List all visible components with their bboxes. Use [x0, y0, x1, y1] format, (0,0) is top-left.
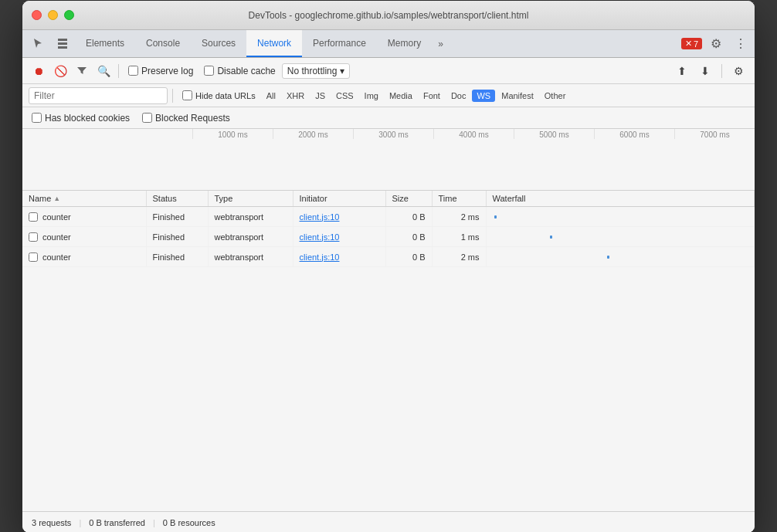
clear-button[interactable]: ⚙	[728, 61, 748, 81]
name-cell-2[interactable]: counter	[22, 247, 146, 267]
tab-more[interactable]: »	[432, 30, 450, 57]
initiator-link-2[interactable]: client.js:10	[300, 252, 340, 262]
table-row[interactable]: counter Finished webtransport client.js:…	[22, 207, 755, 227]
minimize-button[interactable]	[48, 10, 58, 20]
th-size[interactable]: Size	[385, 191, 432, 207]
filter-img[interactable]: Img	[360, 90, 383, 102]
table-area[interactable]: Name ▲ Status Type Initiato	[22, 191, 755, 511]
window-title: DevTools - googlechrome.github.io/sample…	[249, 10, 529, 21]
search-button[interactable]: 🔍	[93, 61, 114, 81]
initiator-cell-2[interactable]: client.js:10	[293, 247, 385, 267]
th-status-label: Status	[153, 194, 177, 203]
filter-manifest[interactable]: Manifest	[497, 90, 538, 102]
resources-size: 0 B resources	[163, 518, 215, 527]
devtools-body: Elements Console Sources Network Perform…	[22, 30, 755, 532]
filter-font[interactable]: Font	[419, 90, 445, 102]
blocked-requests-label[interactable]: Blocked Requests	[142, 113, 230, 124]
tab-network[interactable]: Network	[246, 30, 302, 57]
th-time-label: Time	[439, 194, 457, 203]
time-cell-1: 1 ms	[432, 227, 486, 247]
has-blocked-cookies-checkbox[interactable]	[32, 113, 42, 123]
initiator-link-1[interactable]: client.js:10	[300, 232, 340, 242]
throttle-label: No throttling	[287, 66, 338, 76]
maximize-button[interactable]	[64, 10, 74, 20]
type-cell-0: webtransport	[208, 207, 293, 227]
disable-cache-text: Disable cache	[217, 66, 275, 76]
row-checkbox-2[interactable]	[29, 252, 38, 262]
filter-ws[interactable]: WS	[472, 90, 495, 102]
filter-js[interactable]: JS	[310, 90, 330, 102]
waterfall-bar-2	[607, 256, 609, 259]
has-blocked-cookies-text: Has blocked cookies	[45, 113, 130, 124]
waterfall-bar-0	[494, 215, 497, 219]
record-button[interactable]: ⏺	[29, 61, 49, 81]
network-table: Name ▲ Status Type Initiato	[22, 191, 755, 267]
th-type[interactable]: Type	[208, 191, 293, 207]
tab-drawer[interactable]	[50, 30, 75, 57]
export-button[interactable]: ⬇	[695, 61, 715, 81]
name-cell-1[interactable]: counter	[22, 227, 146, 247]
initiator-cell-0[interactable]: client.js:10	[293, 207, 385, 227]
table-row[interactable]: counter Finished webtransport client.js:…	[22, 247, 755, 267]
size-cell-1: 0 B	[385, 227, 432, 247]
throttle-select[interactable]: No throttling ▾	[282, 63, 351, 79]
sep-1: |	[79, 518, 81, 527]
status-cell-1: Finished	[146, 227, 208, 247]
tab-memory[interactable]: Memory	[377, 30, 432, 57]
filter-bar: Hide data URLs All XHR JS CSS Img Media …	[22, 84, 755, 107]
settings-button[interactable]: ⚙	[705, 33, 727, 55]
row-checkbox-0[interactable]	[29, 212, 38, 222]
th-name-label: Name	[29, 194, 51, 203]
filter-other[interactable]: Other	[540, 90, 571, 102]
hide-data-urls-checkbox[interactable]	[182, 90, 192, 100]
th-waterfall[interactable]: Waterfall	[486, 191, 755, 207]
initiator-cell-1[interactable]: client.js:10	[293, 227, 385, 247]
waterfall-bar-1	[550, 236, 552, 239]
error-count: 7	[694, 39, 698, 49]
waterfall-cell-2	[486, 247, 755, 267]
status-cell-0: Finished	[146, 207, 208, 227]
blocked-requests-checkbox[interactable]	[142, 113, 152, 123]
more-options-button[interactable]: ⋮	[730, 33, 752, 55]
toolbar-right: ⬆ ⬇ ⚙	[672, 61, 748, 81]
sep-2: |	[153, 518, 155, 527]
tab-sources[interactable]: Sources	[191, 30, 246, 57]
tab-elements[interactable]: Elements	[75, 30, 135, 57]
disable-cache-label[interactable]: Disable cache	[199, 66, 280, 76]
window-controls	[32, 10, 74, 20]
timeline-header: 1000 ms2000 ms3000 ms4000 ms5000 ms6000 …	[22, 129, 755, 191]
preserve-log-checkbox[interactable]	[128, 66, 138, 76]
error-icon: ✕	[685, 39, 692, 49]
has-blocked-cookies-label[interactable]: Has blocked cookies	[32, 113, 130, 124]
tab-cursor[interactable]	[25, 30, 50, 57]
status-cell-2: Finished	[146, 247, 208, 267]
stop-button[interactable]: 🚫	[50, 61, 70, 81]
row-checkbox-1[interactable]	[29, 232, 38, 242]
preserve-log-label[interactable]: Preserve log	[124, 66, 198, 76]
th-initiator[interactable]: Initiator	[293, 191, 385, 207]
th-time[interactable]: Time	[432, 191, 486, 207]
time-cell-2: 2 ms	[432, 247, 486, 267]
close-button[interactable]	[32, 10, 42, 20]
th-name[interactable]: Name ▲	[22, 191, 146, 207]
tab-console[interactable]: Console	[135, 30, 191, 57]
error-badge[interactable]: ✕ 7	[681, 38, 702, 49]
name-cell-0[interactable]: counter	[22, 207, 146, 227]
import-button[interactable]: ⬆	[672, 61, 692, 81]
th-status[interactable]: Status	[146, 191, 208, 207]
filter-input[interactable]	[29, 87, 168, 104]
table-row[interactable]: counter Finished webtransport client.js:…	[22, 227, 755, 247]
filter-doc[interactable]: Doc	[446, 90, 471, 102]
filter-all[interactable]: All	[262, 90, 280, 102]
filter-media[interactable]: Media	[385, 90, 417, 102]
filter-button[interactable]	[72, 61, 92, 81]
tab-performance[interactable]: Performance	[302, 30, 377, 57]
transferred-size: 0 B transferred	[89, 518, 145, 527]
table-header-row: Name ▲ Status Type Initiato	[22, 191, 755, 207]
filter-css[interactable]: CSS	[331, 90, 358, 102]
filter-xhr[interactable]: XHR	[282, 90, 309, 102]
hide-data-urls-label[interactable]: Hide data URLs	[178, 90, 260, 100]
initiator-link-0[interactable]: client.js:10	[300, 212, 340, 222]
disable-cache-checkbox[interactable]	[204, 66, 214, 76]
timeline-ticks: 1000 ms2000 ms3000 ms4000 ms5000 ms6000 …	[192, 129, 755, 139]
